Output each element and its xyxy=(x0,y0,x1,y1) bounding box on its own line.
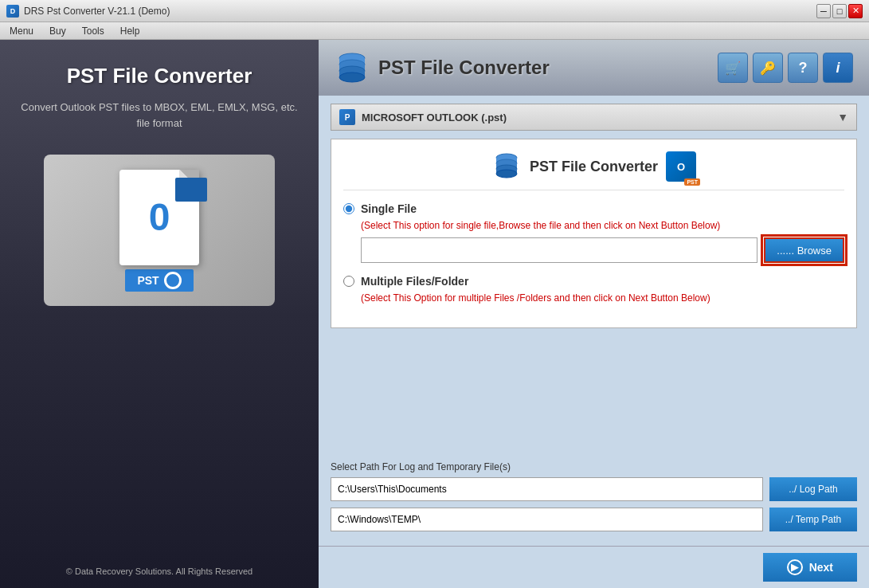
app-icon: D xyxy=(6,5,19,18)
multiple-files-group: Multiple Files/Folder (Select This Optio… xyxy=(343,275,844,304)
key-button[interactable]: 🔑 xyxy=(753,53,783,83)
temp-path-button[interactable]: ../ Temp Path xyxy=(769,508,857,531)
app-title: PST File Converter xyxy=(378,57,550,79)
next-label: Next xyxy=(809,561,833,574)
multiple-files-text: Multiple Files/Folder xyxy=(361,275,468,288)
footer-bar: ▶ Next xyxy=(319,546,869,588)
close-button[interactable]: ✕ xyxy=(848,4,863,18)
app-header: PST File Converter 🛒 🔑 ? i xyxy=(319,40,869,96)
converter-header: PST File Converter O PST xyxy=(343,151,844,190)
menu-item-tools[interactable]: Tools xyxy=(79,24,108,38)
path-section-label: Select Path For Log and Temporary File(s… xyxy=(331,461,857,472)
converter-box: PST File Converter O PST Single File (Se… xyxy=(331,139,857,328)
multiple-files-label[interactable]: Multiple Files/Folder xyxy=(343,275,844,288)
help-button[interactable]: ? xyxy=(788,53,818,83)
title-bar-left: D DRS Pst Converter V-21.1 (Demo) xyxy=(6,5,170,18)
svg-point-13 xyxy=(496,170,517,178)
log-path-row: ../ Log Path xyxy=(331,477,857,501)
left-logo-box: 0 PST xyxy=(44,155,275,306)
pst-icon-container: 0 PST xyxy=(119,170,199,292)
db-icon xyxy=(335,50,370,86)
pst-label-text: PST xyxy=(137,274,159,287)
main-container: PST File Converter Convert Outlook PST f… xyxy=(0,40,869,588)
svg-point-6 xyxy=(339,73,365,82)
converter-db-icon xyxy=(491,151,522,182)
dropdown-arrow-icon: ▼ xyxy=(837,111,848,123)
multiple-files-hint: (Select This Option for multiple Files /… xyxy=(361,292,844,304)
converter-title: PST File Converter xyxy=(530,159,658,175)
header-logo: PST File Converter xyxy=(335,50,550,86)
info-button[interactable]: i xyxy=(823,53,853,83)
left-footer: © Data Recovery Solutions. All Rights Re… xyxy=(66,566,252,576)
source-dropdown[interactable]: P MICROSOFT OUTLOOK (.pst) ▼ xyxy=(331,104,857,131)
file-input-row: ...... Browse xyxy=(361,237,844,263)
title-controls: ─ □ ✕ xyxy=(816,4,863,18)
next-circle-icon: ▶ xyxy=(787,559,803,575)
left-panel-title: PST File Converter xyxy=(67,64,252,88)
outlook-icon: O PST xyxy=(666,151,696,182)
single-file-radio[interactable] xyxy=(343,203,354,214)
path-section: Select Path For Log and Temporary File(s… xyxy=(319,453,869,546)
single-file-hint: (Select This option for single file,Brow… xyxy=(361,220,844,231)
title-bar: D DRS Pst Converter V-21.1 (Demo) ─ □ ✕ xyxy=(0,0,869,22)
pst-circle-icon xyxy=(164,272,182,289)
temp-path-input[interactable] xyxy=(331,508,763,531)
log-path-input[interactable] xyxy=(331,477,763,501)
source-label: MICROSOFT OUTLOOK (.pst) xyxy=(362,112,837,123)
left-panel-desc: Convert Outlook PST files to MBOX, EML, … xyxy=(16,100,303,131)
menu-bar: Menu Buy Tools Help xyxy=(0,22,869,40)
single-file-group: Single File (Select This option for sing… xyxy=(343,202,844,263)
next-button[interactable]: ▶ Next xyxy=(763,553,857,582)
single-file-label[interactable]: Single File xyxy=(343,202,844,215)
pst-label: PST xyxy=(125,269,193,292)
menu-item-menu[interactable]: Menu xyxy=(6,24,37,38)
right-panel: PST File Converter 🛒 🔑 ? i P MICROSOFT O… xyxy=(319,40,869,588)
browse-button[interactable]: ...... Browse xyxy=(764,237,844,263)
cart-button[interactable]: 🛒 xyxy=(718,53,748,83)
minimize-button[interactable]: ─ xyxy=(816,4,831,18)
pst-envelope xyxy=(175,178,207,202)
log-path-button[interactable]: ../ Log Path xyxy=(769,477,857,501)
single-file-text: Single File xyxy=(361,202,417,215)
window-title: DRS Pst Converter V-21.1 (Demo) xyxy=(24,6,170,17)
file-path-input[interactable] xyxy=(361,237,757,263)
content-area: P MICROSOFT OUTLOOK (.pst) ▼ xyxy=(319,96,869,453)
pst-file-icon: 0 xyxy=(119,170,199,265)
left-panel: PST File Converter Convert Outlook PST f… xyxy=(0,40,319,588)
menu-item-help[interactable]: Help xyxy=(117,24,143,38)
temp-path-row: ../ Temp Path xyxy=(331,508,857,531)
menu-item-buy[interactable]: Buy xyxy=(46,24,69,38)
pst-o-letter: 0 xyxy=(149,195,170,239)
source-icon: P xyxy=(339,109,355,125)
pst-badge: PST xyxy=(684,178,700,186)
header-actions: 🛒 🔑 ? i xyxy=(718,53,853,83)
multiple-files-radio[interactable] xyxy=(343,276,354,287)
maximize-button[interactable]: □ xyxy=(832,4,847,18)
